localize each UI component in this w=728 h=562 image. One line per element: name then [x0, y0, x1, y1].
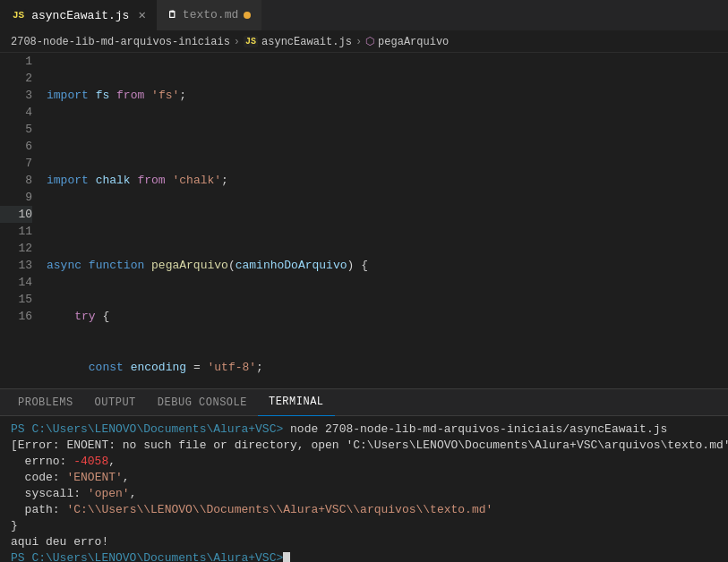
breadcrumb-function: pegaArquivo [378, 36, 449, 48]
md-icon: 🗒 [167, 9, 177, 21]
panel-tab-bar: PROBLEMS OUTPUT DEBUG CONSOLE TERMINAL [0, 389, 728, 416]
breadcrumb-sep2: › [355, 36, 362, 48]
breadcrumb-js-icon: JS [244, 36, 258, 47]
tab-asyncEawait[interactable]: JS asyncEawait.js ✕ [0, 0, 157, 30]
tab-terminal[interactable]: TERMINAL [258, 389, 335, 416]
terminal-line-5: syscall: 'open', [11, 486, 717, 502]
js-icon: JS [11, 9, 26, 21]
tab-label-texto: texto.md [183, 8, 238, 21]
code-lines: import fs from 'fs'; import chalk from '… [43, 53, 728, 388]
breadcrumb-folder: 2708-node-lib-md-arquivos-iniciais [11, 36, 230, 48]
tab-output[interactable]: OUTPUT [84, 389, 147, 416]
tab-label-asyncEawait: asyncEawait.js [31, 9, 129, 22]
editor: 1 2 3 4 5 6 7 8 9 10 11 12 13 14 15 16 i… [0, 53, 728, 388]
terminal-line-1: PS C:\Users\LENOVO\Documents\Alura+VSC> … [11, 422, 717, 438]
panel: PROBLEMS OUTPUT DEBUG CONSOLE TERMINAL P… [0, 388, 728, 562]
breadcrumb: 2708-node-lib-md-arquivos-iniciais › JS … [0, 31, 728, 53]
line-numbers: 1 2 3 4 5 6 7 8 9 10 11 12 13 14 15 16 [0, 53, 43, 388]
terminal-line-6: path: 'C:\\Users\\LENOVO\\Documents\\Alu… [11, 502, 717, 518]
tab-close-asyncEawait[interactable]: ✕ [138, 9, 145, 21]
terminal-line-7: } [11, 518, 717, 534]
tab-texto[interactable]: 🗒 texto.md [157, 0, 261, 30]
breadcrumb-file: asyncEawait.js [261, 36, 352, 48]
terminal-line-9: PS C:\Users\LENOVO\Documents\Alura+VSC> [11, 550, 717, 562]
terminal-line-2: [Error: ENOENT: no such file or director… [11, 438, 717, 454]
breadcrumb-func-icon: ⬡ [365, 35, 374, 48]
terminal-line-3: errno: -4058, [11, 454, 717, 470]
terminal[interactable]: PS C:\Users\LENOVO\Documents\Alura+VSC> … [0, 416, 728, 562]
tab-bar: JS asyncEawait.js ✕ 🗒 texto.md [0, 0, 728, 31]
tab-problems[interactable]: PROBLEMS [7, 389, 84, 416]
tab-debug-console[interactable]: DEBUG CONSOLE [147, 389, 258, 416]
breadcrumb-sep1: › [234, 36, 240, 48]
terminal-line-4: code: 'ENOENT', [11, 470, 717, 486]
tab-modified-dot [244, 12, 251, 19]
terminal-line-8: aqui deu erro! [11, 534, 717, 550]
